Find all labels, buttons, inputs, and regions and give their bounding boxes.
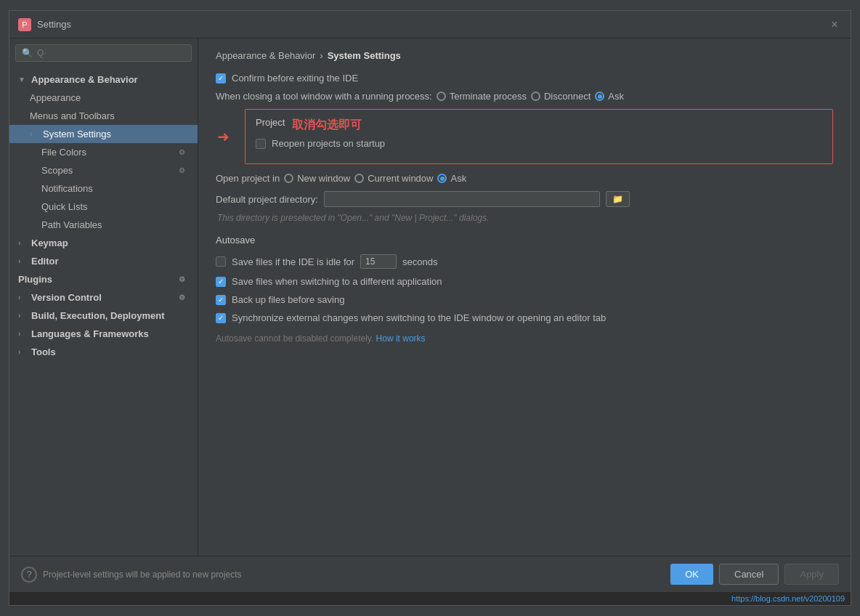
how-it-works-link[interactable]: How it works: [376, 333, 426, 344]
terminate-radio[interactable]: [437, 92, 446, 101]
sync-label[interactable]: Synchronize external changes when switch…: [216, 312, 606, 323]
project-header-row: Project 取消勾选即可: [256, 117, 822, 134]
sidebar-item-plugins[interactable]: Plugins ⚙: [9, 270, 198, 288]
new-window-radio[interactable]: [284, 174, 293, 183]
backup-label[interactable]: Back up files before saving: [216, 294, 344, 305]
sidebar-item-appearance-behavior[interactable]: ▼ Appearance & Behavior: [9, 70, 198, 89]
annotation-arrow: ➜: [217, 128, 230, 145]
annotation-text: 取消勾选即可: [292, 118, 362, 133]
project-bordered-box: Project 取消勾选即可 Reopen projects on startu…: [245, 109, 833, 164]
disconnect-option[interactable]: Disconnect: [531, 91, 591, 102]
closing-tool-row: When closing a tool window with a runnin…: [216, 91, 833, 102]
sidebar-item-build-execution[interactable]: › Build, Execution, Deployment: [9, 307, 198, 325]
open-ask-radio[interactable]: [437, 174, 447, 183]
cancel-button[interactable]: Cancel: [719, 564, 779, 585]
nav-section: ▼ Appearance & Behavior Appearance Menus…: [9, 70, 198, 361]
browse-button[interactable]: 📁: [606, 191, 630, 207]
autosave-note-text: Autosave cannot be disabled completely.: [216, 333, 373, 344]
search-input[interactable]: [37, 48, 185, 58]
save-switching-checkbox[interactable]: [216, 277, 226, 287]
chevron-right-icon: ›: [18, 239, 27, 247]
sidebar-item-scopes[interactable]: Scopes ⚙: [9, 161, 198, 179]
terminate-option[interactable]: Terminate process: [437, 91, 527, 102]
apply-button[interactable]: Apply: [784, 564, 839, 585]
chevron-right-icon: ›: [30, 130, 38, 138]
sidebar-item-version-control[interactable]: › Version Control ⚙: [9, 288, 198, 307]
sidebar-item-file-colors[interactable]: File Colors ⚙: [9, 143, 198, 161]
default-dir-input[interactable]: [324, 191, 600, 207]
sidebar-label: Keymap: [31, 238, 68, 248]
sidebar-label: Menus and Toolbars: [30, 110, 115, 121]
reopen-row: Reopen projects on startup: [256, 138, 822, 149]
settings-dialog: P Settings × 🔍 ▼ Appearance & Behavior A…: [9, 10, 851, 606]
open-project-row: Open project in New window Current windo…: [216, 173, 833, 184]
breadcrumb-parent: Appearance & Behavior: [216, 50, 315, 61]
reopen-label[interactable]: Reopen projects on startup: [256, 138, 385, 149]
ask-radio[interactable]: [595, 92, 604, 101]
settings-icon: ⚙: [179, 148, 189, 156]
sidebar-item-languages-frameworks[interactable]: › Languages & Frameworks: [9, 325, 198, 343]
terminate-label: Terminate process: [450, 91, 527, 102]
url-bar: https://blog.csdn.net/v20200109: [9, 592, 851, 605]
new-window-option[interactable]: New window: [284, 173, 350, 184]
app-icon: P: [18, 18, 31, 31]
save-switching-row: Save files when switching to a different…: [216, 276, 833, 287]
reopen-checkbox[interactable]: [256, 139, 266, 149]
sidebar-item-appearance[interactable]: Appearance: [9, 89, 198, 107]
sidebar-label: File Colors: [41, 147, 86, 158]
sidebar-label: Plugins: [18, 274, 52, 285]
autosave-section: Autosave Save files if the IDE is idle f…: [216, 235, 833, 344]
breadcrumb-current: System Settings: [328, 50, 401, 61]
sync-checkbox[interactable]: [216, 313, 226, 323]
current-window-option[interactable]: Current window: [354, 173, 433, 184]
ask-label: Ask: [608, 91, 624, 102]
search-box[interactable]: 🔍: [15, 44, 192, 62]
help-button[interactable]: ?: [21, 567, 37, 583]
sidebar-label: Tools: [31, 346, 56, 357]
reopen-text: Reopen projects on startup: [272, 138, 385, 149]
autosave-title: Autosave: [216, 235, 833, 246]
sidebar-item-system-settings[interactable]: › System Settings: [9, 125, 198, 143]
open-ask-label: Ask: [450, 173, 466, 184]
save-idle-label[interactable]: Save files if the IDE is idle for: [216, 256, 354, 267]
open-project-label: Open project in: [216, 173, 280, 184]
disconnect-radio[interactable]: [531, 92, 540, 101]
idle-seconds-input[interactable]: [360, 254, 397, 269]
backup-text: Back up files before saving: [232, 294, 344, 305]
confirm-exit-checkbox[interactable]: [216, 73, 226, 84]
footer-left: ? Project-level settings will be applied…: [21, 567, 663, 583]
sidebar-item-quick-lists[interactable]: Quick Lists: [9, 198, 198, 216]
settings-icon4: ⚙: [179, 293, 189, 301]
sidebar-item-path-variables[interactable]: Path Variables: [9, 216, 198, 234]
save-switching-label[interactable]: Save files when switching to a different…: [216, 276, 442, 287]
default-dir-label: Default project directory:: [216, 194, 318, 205]
new-window-label: New window: [297, 173, 350, 184]
sidebar-item-editor[interactable]: › Editor: [9, 252, 198, 270]
save-switching-text: Save files when switching to a different…: [232, 276, 442, 287]
confirm-exit-label[interactable]: Confirm before exiting the IDE: [216, 73, 358, 84]
sidebar-label: Editor: [31, 256, 59, 267]
chevron-right-icon: ›: [18, 348, 27, 356]
sidebar-item-keymap[interactable]: › Keymap: [9, 234, 198, 252]
default-dir-row: Default project directory: 📁: [216, 191, 833, 207]
sidebar: 🔍 ▼ Appearance & Behavior Appearance Men…: [9, 38, 198, 556]
current-window-radio[interactable]: [354, 174, 364, 183]
sidebar-item-tools[interactable]: › Tools: [9, 343, 198, 361]
sidebar-item-menus-toolbars[interactable]: Menus and Toolbars: [9, 107, 198, 125]
sidebar-label: Languages & Frameworks: [31, 328, 149, 339]
sidebar-item-notifications[interactable]: Notifications: [9, 179, 198, 198]
backup-checkbox[interactable]: [216, 295, 226, 305]
close-button[interactable]: ×: [827, 17, 842, 32]
settings-icon2: ⚙: [179, 166, 189, 174]
project-section-wrapper: ➜ Project 取消勾选即可 Reopen projects on star…: [245, 109, 833, 164]
footer: ? Project-level settings will be applied…: [9, 556, 851, 592]
sync-text: Synchronize external changes when switch…: [232, 312, 606, 323]
sidebar-label: Path Variables: [41, 219, 102, 230]
save-idle-checkbox[interactable]: [216, 256, 226, 267]
breadcrumb-separator: ›: [320, 50, 322, 61]
current-window-label: Current window: [368, 173, 433, 184]
ask-option[interactable]: Ask: [595, 91, 624, 102]
ok-button[interactable]: OK: [670, 564, 713, 585]
open-ask-option[interactable]: Ask: [437, 173, 466, 184]
project-section-title: Project: [256, 117, 285, 128]
